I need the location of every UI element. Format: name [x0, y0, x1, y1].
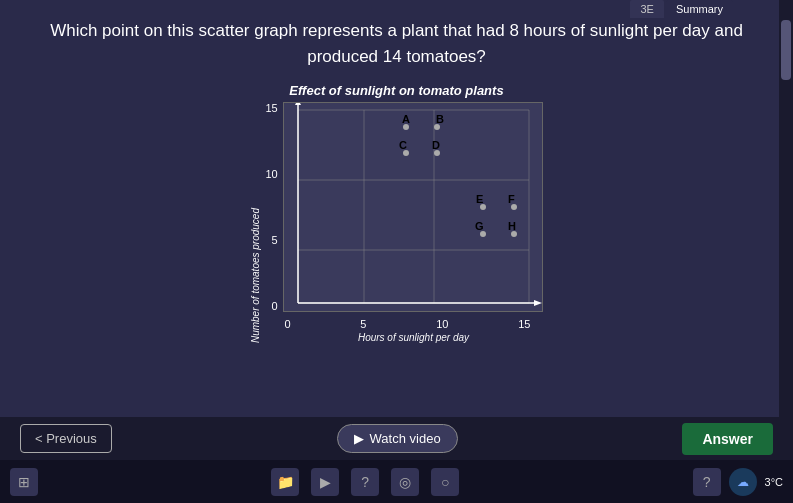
- start-icon[interactable]: ⊞: [10, 468, 38, 496]
- taskbar-media-icon[interactable]: ▶: [311, 468, 339, 496]
- taskbar-center: 📁 ▶ ? ◎ ○: [271, 468, 459, 496]
- point-g[interactable]: [480, 231, 486, 237]
- help-icon[interactable]: ?: [693, 468, 721, 496]
- point-g-label: G: [475, 220, 484, 232]
- y-axis-label: Number of tomatoes produced: [250, 208, 261, 343]
- taskbar-question-icon[interactable]: ?: [351, 468, 379, 496]
- scroll-thumb[interactable]: [781, 20, 791, 80]
- point-b-label: B: [436, 113, 444, 125]
- watch-video-button[interactable]: ▶ Watch video: [337, 424, 458, 453]
- x-axis-label: Hours of sunlight per day: [284, 332, 542, 343]
- previous-button[interactable]: < Previous: [20, 424, 112, 453]
- point-c[interactable]: [403, 150, 409, 156]
- answer-button[interactable]: Answer: [682, 423, 773, 455]
- chart-inner: 15 10 5 0: [265, 102, 542, 316]
- chart-with-axis: 15 10 5 0: [265, 102, 542, 343]
- graph-svg-wrapper: A B C D E: [283, 102, 543, 316]
- x-tick-10: 10: [436, 318, 448, 330]
- x-axis-labels: 0 5 10 15: [284, 318, 530, 330]
- taskbar-right: ? ☁ 3°C: [693, 468, 783, 496]
- x-tick-5: 5: [360, 318, 366, 330]
- point-f-label: F: [508, 193, 515, 205]
- taskbar-left: ⊞: [10, 468, 38, 496]
- tab-3e[interactable]: 3E: [630, 0, 663, 18]
- chart-container: Effect of sunlight on tomato plants Numb…: [250, 83, 542, 343]
- y-tick-0: 0: [272, 300, 278, 312]
- taskbar-ring-icon[interactable]: ○: [431, 468, 459, 496]
- main-content: Which point on this scatter graph repres…: [0, 0, 793, 460]
- point-d-label: D: [432, 139, 440, 151]
- y-tick-5: 5: [272, 234, 278, 246]
- tab-summary[interactable]: Summary: [666, 0, 733, 18]
- chart-area: Number of tomatoes produced 15 10 5 0: [250, 102, 542, 343]
- weather-badge: ☁: [729, 468, 757, 496]
- watch-video-label: Watch video: [370, 431, 441, 446]
- question-text: Which point on this scatter graph repres…: [30, 18, 763, 69]
- scatter-plot: A B C D E: [283, 102, 543, 312]
- video-icon: ▶: [354, 431, 364, 446]
- y-tick-10: 10: [265, 168, 277, 180]
- x-tick-15: 15: [518, 318, 530, 330]
- svg-marker-10: [534, 300, 542, 306]
- point-c-label: C: [399, 139, 407, 151]
- taskbar-circle-icon[interactable]: ◎: [391, 468, 419, 496]
- point-h[interactable]: [511, 231, 517, 237]
- y-tick-15: 15: [265, 102, 277, 114]
- taskbar-files-icon[interactable]: 📁: [271, 468, 299, 496]
- x-tick-0: 0: [284, 318, 290, 330]
- point-e-label: E: [476, 193, 483, 205]
- point-b[interactable]: [434, 124, 440, 130]
- point-e[interactable]: [480, 204, 486, 210]
- point-a[interactable]: [403, 124, 409, 130]
- taskbar: ⊞ 📁 ▶ ? ◎ ○ ? ☁ 3°C: [0, 460, 793, 503]
- point-f[interactable]: [511, 204, 517, 210]
- point-h-label: H: [508, 220, 516, 232]
- bottom-bar: < Previous ▶ Watch video Answer: [0, 417, 793, 460]
- svg-marker-11: [295, 102, 301, 105]
- temperature: 3°C: [765, 476, 783, 488]
- point-a-label: A: [402, 113, 410, 125]
- y-axis: 15 10 5 0: [265, 102, 282, 312]
- scroll-bar[interactable]: [779, 0, 793, 460]
- chart-title: Effect of sunlight on tomato plants: [289, 83, 503, 98]
- point-d[interactable]: [434, 150, 440, 156]
